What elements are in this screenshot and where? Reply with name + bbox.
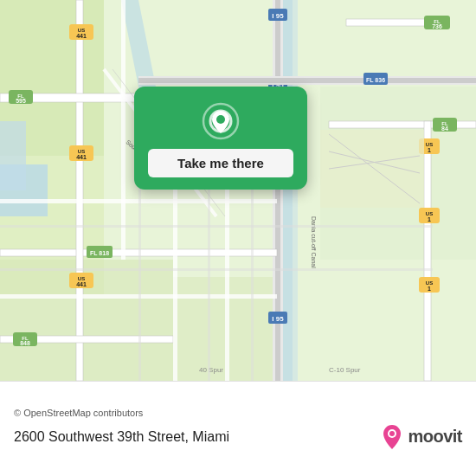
svg-rect-79 <box>138 173 141 381</box>
svg-text:Dania cut-off Canal: Dania cut-off Canal <box>311 216 317 268</box>
svg-rect-20 <box>138 78 476 83</box>
address-row: 2600 Southwest 39th Street, Miami moovit <box>14 423 462 451</box>
svg-text:84: 84 <box>441 125 448 132</box>
svg-text:FL 818: FL 818 <box>90 250 109 256</box>
svg-rect-71 <box>320 130 424 208</box>
moovit-brand-name: moovit <box>408 427 462 447</box>
address-text: 2600 Southwest 39th Street, Miami <box>14 429 229 445</box>
svg-rect-26 <box>76 0 83 381</box>
svg-rect-78 <box>0 268 433 271</box>
svg-text:848: 848 <box>20 340 30 346</box>
take-me-there-button[interactable]: Take me there <box>148 149 293 177</box>
svg-rect-48 <box>424 121 431 381</box>
svg-rect-81 <box>251 173 254 381</box>
moovit-pin-icon <box>380 423 404 451</box>
bottom-bar: © OpenStreetMap contributors 2600 Southw… <box>0 381 476 476</box>
svg-text:40 Spur: 40 Spur <box>199 366 223 374</box>
svg-rect-80 <box>208 173 210 381</box>
svg-rect-2 <box>293 0 298 381</box>
svg-text:1: 1 <box>428 147 431 153</box>
svg-text:441: 441 <box>76 281 87 287</box>
svg-text:736: 736 <box>432 23 442 29</box>
svg-text:1: 1 <box>428 286 431 292</box>
svg-text:FL 836: FL 836 <box>366 77 385 83</box>
svg-rect-64 <box>121 0 125 260</box>
svg-text:I 95: I 95 <box>272 12 284 20</box>
svg-text:441: 441 <box>76 154 87 160</box>
svg-text:595: 595 <box>16 98 26 104</box>
map-container: I 95 I 95 I 95 FL 836 FL 818 US 441 US 4… <box>0 0 476 381</box>
location-popup: Take me there <box>134 87 307 190</box>
svg-text:441: 441 <box>76 33 87 39</box>
svg-rect-66 <box>225 173 229 381</box>
map-attribution: © OpenStreetMap contributors <box>14 408 462 418</box>
svg-text:C-10 Spur: C-10 Spur <box>329 366 361 374</box>
moovit-logo: moovit <box>380 423 462 451</box>
svg-text:1: 1 <box>428 216 431 222</box>
svg-point-84 <box>216 115 225 124</box>
svg-point-86 <box>389 431 395 436</box>
map-background: I 95 I 95 I 95 FL 836 FL 818 US 441 US 4… <box>0 0 476 381</box>
svg-rect-77 <box>0 225 433 228</box>
svg-text:I 95: I 95 <box>272 315 284 323</box>
svg-rect-10 <box>0 121 26 190</box>
location-pin-icon <box>202 102 240 140</box>
